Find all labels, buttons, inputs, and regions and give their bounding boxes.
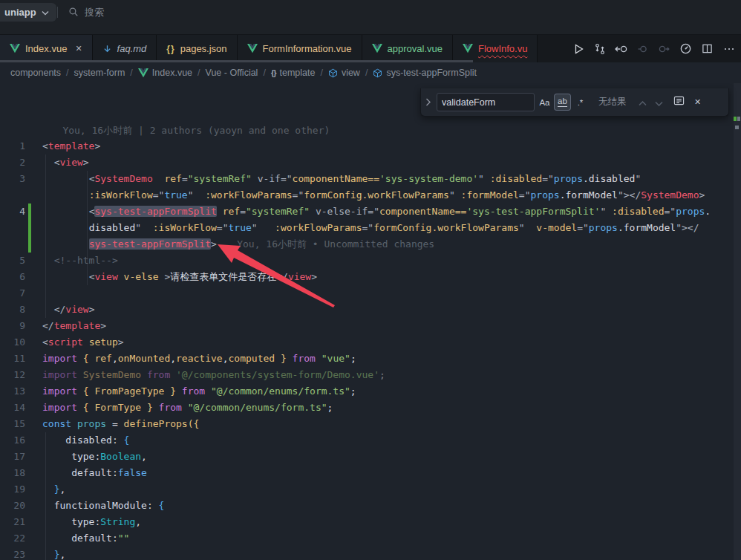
breadcrumb-item-components[interactable]: components [10,68,61,78]
code-line[interactable]: 16 disabled: { [0,432,741,449]
code-line[interactable]: 23 }, [0,547,741,560]
code-line[interactable]: 1<template> [0,138,741,154]
breadcrumb-separator: / [66,68,68,78]
titlebar-divider [57,7,58,18]
breadcrumb-label: components [10,68,61,78]
breadcrumb-separator: / [365,68,368,78]
find-in-selection-button[interactable] [671,94,688,111]
tab-pages.json[interactable]: {}pages.json [157,35,237,62]
code-line[interactable]: 7 [0,285,741,302]
match-case-button[interactable]: Aa [537,94,552,110]
find-next-button[interactable] [652,95,667,110]
code-line[interactable]: 20 functionalModule: { [0,498,741,514]
git-change-bar [28,220,31,236]
code-text: <SystemDemo ref="systemRef" v-if="compon… [42,173,641,184]
whole-word-button[interactable]: ab [555,94,570,110]
line-number: 11 [0,351,25,367]
breadcrumb-item-view[interactable]: view [328,68,360,78]
code-text: import { FromPageType } from "@/common/e… [42,385,356,397]
code-line[interactable]: 19 }, [0,481,741,498]
code-line[interactable]: 4 <sys-test-appFormSplit ref="systemRef"… [0,204,741,220]
find-previous-button[interactable] [636,95,650,110]
code-text: }, [42,484,65,495]
breadcrumb-item-Vue - Official[interactable]: Vue - Official [206,68,258,78]
editor-actions [569,35,738,62]
tab-FormInformation.vue[interactable]: FormInformation.vue [238,35,362,62]
more-actions-button[interactable] [719,39,738,58]
code-text: const props = defineProps({ [42,418,199,429]
blame-annotation-row[interactable]: You, 16小时前 | 2 authors (yaoyn and one ot… [0,123,741,138]
breadcrumb-item-Index.vue[interactable]: Index.vue [138,68,192,78]
close-icon: ✕ [694,97,701,107]
git-change-bar [28,204,31,220]
open-changes-button[interactable] [612,39,630,58]
previous-change-button[interactable] [633,39,652,58]
code-line[interactable]: 22 default:"" [0,530,741,547]
breadcrumb-item-template[interactable]: {}template [271,68,316,78]
toggle-replace-button[interactable] [422,88,434,116]
code-line[interactable]: 15const props = defineProps({ [0,416,741,432]
code-line[interactable]: 10<script setup> [0,334,741,351]
find-close-button[interactable]: ✕ [691,95,705,110]
code-text: functionalModule: { [42,500,164,511]
code-line[interactable]: 8 </view> [0,302,741,318]
line-number: 12 [0,367,25,383]
code-line[interactable]: 3 <SystemDemo ref="systemRef" v-if="comp… [0,171,741,187]
line-number: 20 [0,498,25,514]
tab-label: pages.json [180,43,227,54]
find-input[interactable] [437,93,535,111]
overview-ruler[interactable] [734,83,741,560]
regex-button[interactable]: .* [572,94,588,110]
run-button[interactable] [569,39,587,58]
code-line[interactable]: 18 default:false [0,465,741,481]
code-line[interactable]: 13import { FromPageType } from "@/common… [0,383,741,400]
timeline-button[interactable] [676,39,695,58]
breadcrumb-label: Index.vue [152,68,192,78]
code-line[interactable]: :isWorkFlow="true" :workFlowParams="form… [0,187,741,204]
close-icon[interactable]: ✕ [75,44,82,53]
find-results-count: 无结果 [598,96,627,108]
line-number: 3 [0,171,25,187]
source-control-compare-button[interactable] [590,39,609,58]
code-line[interactable]: 6 <view v-else >请检查表单文件是否存在</view> [0,269,741,285]
code-area: You, 16小时前 | 2 authors (yaoyn and one ot… [0,123,741,560]
code-line[interactable]: 11import { ref,onMounted,reactive,comput… [0,351,741,367]
tab-FlowInfo.vu[interactable]: FlowInfo.vu [453,35,538,62]
git-blame-text: You, 16小时前 • Uncommitted changes [237,238,434,250]
project-menu-button[interactable]: uniapp [0,3,56,22]
tab-Index.vue[interactable]: Index.vue✕ [0,35,93,62]
play-icon [572,43,584,55]
code-text: </view> [42,304,94,315]
code-line[interactable]: 14import { FormType } from "@/common/enu… [0,400,741,416]
code-line[interactable]: sys-test-appFormSplit>You, 16小时前 • Uncom… [0,236,741,253]
git-compare-icon [594,43,606,55]
code-text: <!--html--> [42,255,118,266]
code-line[interactable]: disabled" :isWorkFlow="true" :workFlowPa… [0,220,741,236]
line-number: 7 [0,285,25,302]
code-line[interactable]: 12import SystemDemo from '@/components/s… [0,367,741,383]
code-line[interactable]: 9</template> [0,318,741,334]
code-line[interactable]: 2 <view> [0,154,741,171]
tab-approval.vue[interactable]: approval.vue [362,35,453,62]
chevron-right-icon [425,96,431,109]
global-search-button[interactable]: 搜索 [68,4,104,22]
split-editor-icon [702,43,713,54]
tab-faq.md[interactable]: faq.md [93,35,157,62]
breadcrumb-item-system-form[interactable]: system-form [74,68,125,78]
breadcrumb-item-sys-test-appFormSplit[interactable]: sys-test-appFormSplit [373,68,477,78]
project-name: uniapp [4,7,36,18]
code-line[interactable]: 21 type:String, [0,514,741,530]
vue-icon [372,44,382,53]
selection-icon [673,95,685,109]
line-number: 13 [0,383,25,400]
chevron-down-icon [655,96,663,109]
next-change-button[interactable] [655,39,673,58]
tab-label: faq.md [117,43,147,54]
code-text: <view v-else >请检查表单文件是否存在</view> [42,271,317,282]
line-number: 23 [0,547,25,560]
code-line[interactable]: 17 type:Boolean, [0,449,741,465]
tab-label: FlowInfo.vu [478,43,527,54]
split-editor-button[interactable] [698,39,716,58]
code-text: :isWorkFlow="true" :workFlowParams="form… [42,189,705,201]
code-line[interactable]: 5 <!--html--> [0,253,741,269]
